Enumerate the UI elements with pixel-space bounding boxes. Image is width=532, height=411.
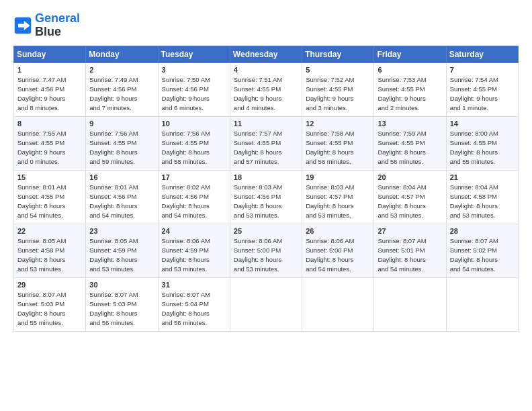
calendar-row: 22Sunrise: 8:05 AM Sunset: 4:58 PM Dayli… — [14, 224, 519, 277]
day-number: 17 — [162, 173, 226, 181]
day-number: 29 — [17, 281, 82, 289]
table-cell: 9Sunrise: 7:56 AM Sunset: 4:55 PM Daylig… — [86, 116, 158, 170]
day-info: Sunrise: 8:04 AM Sunset: 4:58 PM Dayligh… — [450, 183, 515, 221]
table-cell: 24Sunrise: 8:06 AM Sunset: 4:59 PM Dayli… — [158, 224, 230, 277]
day-info: Sunrise: 7:59 AM Sunset: 4:55 PM Dayligh… — [378, 129, 442, 167]
day-info: Sunrise: 8:00 AM Sunset: 4:55 PM Dayligh… — [450, 129, 515, 167]
table-cell: 30Sunrise: 8:07 AM Sunset: 5:03 PM Dayli… — [86, 277, 158, 331]
day-info: Sunrise: 7:51 AM Sunset: 4:55 PM Dayligh… — [234, 75, 298, 113]
day-info: Sunrise: 7:52 AM Sunset: 4:55 PM Dayligh… — [306, 75, 370, 113]
day-info: Sunrise: 8:07 AM Sunset: 5:03 PM Dayligh… — [17, 290, 82, 328]
table-cell: 10Sunrise: 7:56 AM Sunset: 4:55 PM Dayli… — [158, 116, 230, 170]
table-cell: 31Sunrise: 8:07 AM Sunset: 5:04 PM Dayli… — [158, 277, 230, 331]
col-monday: Monday — [86, 46, 158, 62]
header: GeneralBlue — [13, 12, 519, 39]
day-number: 30 — [89, 281, 154, 289]
day-number: 3 — [162, 66, 226, 74]
day-number: 11 — [234, 120, 298, 128]
table-cell — [374, 277, 446, 331]
day-info: Sunrise: 7:49 AM Sunset: 4:56 PM Dayligh… — [89, 75, 154, 113]
col-tuesday: Tuesday — [158, 46, 230, 62]
day-number: 20 — [378, 173, 442, 181]
table-cell: 27Sunrise: 8:07 AM Sunset: 5:01 PM Dayli… — [374, 224, 446, 277]
day-number: 14 — [450, 120, 515, 128]
table-cell — [446, 277, 518, 331]
header-row: Sunday Monday Tuesday Wednesday Thursday… — [14, 46, 519, 62]
table-cell: 20Sunrise: 8:04 AM Sunset: 4:57 PM Dayli… — [374, 170, 446, 224]
day-number: 31 — [162, 281, 226, 289]
table-cell: 11Sunrise: 7:57 AM Sunset: 4:55 PM Dayli… — [230, 116, 302, 170]
col-friday: Friday — [374, 46, 446, 62]
calendar-row: 29Sunrise: 8:07 AM Sunset: 5:03 PM Dayli… — [14, 277, 519, 331]
day-number: 8 — [17, 120, 82, 128]
day-number: 19 — [306, 173, 370, 181]
calendar-row: 8Sunrise: 7:55 AM Sunset: 4:55 PM Daylig… — [14, 116, 519, 170]
day-info: Sunrise: 8:01 AM Sunset: 4:56 PM Dayligh… — [89, 183, 154, 221]
table-cell: 17Sunrise: 8:02 AM Sunset: 4:56 PM Dayli… — [158, 170, 230, 224]
calendar-row: 1Sunrise: 7:47 AM Sunset: 4:56 PM Daylig… — [14, 62, 519, 116]
day-info: Sunrise: 8:03 AM Sunset: 4:56 PM Dayligh… — [234, 183, 298, 221]
day-info: Sunrise: 8:07 AM Sunset: 5:03 PM Dayligh… — [89, 290, 154, 328]
day-number: 12 — [306, 120, 370, 128]
table-cell: 8Sunrise: 7:55 AM Sunset: 4:55 PM Daylig… — [14, 116, 86, 170]
day-info: Sunrise: 7:55 AM Sunset: 4:55 PM Dayligh… — [17, 129, 82, 167]
day-info: Sunrise: 7:53 AM Sunset: 4:55 PM Dayligh… — [378, 75, 442, 113]
day-number: 22 — [17, 227, 82, 235]
day-info: Sunrise: 8:06 AM Sunset: 5:00 PM Dayligh… — [306, 236, 370, 275]
day-info: Sunrise: 8:01 AM Sunset: 4:55 PM Dayligh… — [17, 183, 82, 221]
table-cell: 25Sunrise: 8:06 AM Sunset: 5:00 PM Dayli… — [230, 224, 302, 277]
table-cell: 5Sunrise: 7:52 AM Sunset: 4:55 PM Daylig… — [302, 62, 374, 116]
day-number: 10 — [162, 120, 226, 128]
day-info: Sunrise: 8:07 AM Sunset: 5:01 PM Dayligh… — [378, 236, 442, 275]
day-number: 5 — [306, 66, 370, 74]
table-cell: 15Sunrise: 8:01 AM Sunset: 4:55 PM Dayli… — [14, 170, 86, 224]
day-number: 18 — [234, 173, 298, 181]
page: GeneralBlue Sunday Monday Tuesday Wednes… — [0, 0, 532, 338]
table-cell: 3Sunrise: 7:50 AM Sunset: 4:56 PM Daylig… — [158, 62, 230, 116]
logo-text: GeneralBlue — [35, 12, 80, 39]
day-number: 21 — [450, 173, 515, 181]
day-number: 27 — [378, 227, 442, 235]
day-info: Sunrise: 8:05 AM Sunset: 4:58 PM Dayligh… — [17, 236, 82, 275]
day-info: Sunrise: 8:02 AM Sunset: 4:56 PM Dayligh… — [162, 183, 226, 221]
day-info: Sunrise: 8:06 AM Sunset: 4:59 PM Dayligh… — [162, 236, 226, 275]
table-cell: 13Sunrise: 7:59 AM Sunset: 4:55 PM Dayli… — [374, 116, 446, 170]
day-number: 7 — [450, 66, 515, 74]
day-number: 26 — [306, 227, 370, 235]
table-cell: 14Sunrise: 8:00 AM Sunset: 4:55 PM Dayli… — [446, 116, 518, 170]
day-info: Sunrise: 7:50 AM Sunset: 4:56 PM Dayligh… — [162, 75, 226, 113]
col-saturday: Saturday — [446, 46, 518, 62]
day-number: 16 — [89, 173, 154, 181]
calendar-row: 15Sunrise: 8:01 AM Sunset: 4:55 PM Dayli… — [14, 170, 519, 224]
table-cell: 23Sunrise: 8:05 AM Sunset: 4:59 PM Dayli… — [86, 224, 158, 277]
day-number: 6 — [378, 66, 442, 74]
day-info: Sunrise: 7:56 AM Sunset: 4:55 PM Dayligh… — [89, 129, 154, 167]
table-cell: 18Sunrise: 8:03 AM Sunset: 4:56 PM Dayli… — [230, 170, 302, 224]
day-info: Sunrise: 7:58 AM Sunset: 4:55 PM Dayligh… — [306, 129, 370, 167]
table-cell: 6Sunrise: 7:53 AM Sunset: 4:55 PM Daylig… — [374, 62, 446, 116]
logo-icon — [13, 16, 32, 35]
table-cell: 12Sunrise: 7:58 AM Sunset: 4:55 PM Dayli… — [302, 116, 374, 170]
day-info: Sunrise: 7:47 AM Sunset: 4:56 PM Dayligh… — [17, 75, 82, 113]
day-number: 25 — [234, 227, 298, 235]
table-cell: 26Sunrise: 8:06 AM Sunset: 5:00 PM Dayli… — [302, 224, 374, 277]
table-cell: 2Sunrise: 7:49 AM Sunset: 4:56 PM Daylig… — [86, 62, 158, 116]
logo: GeneralBlue — [13, 12, 80, 39]
table-cell: 19Sunrise: 8:03 AM Sunset: 4:57 PM Dayli… — [302, 170, 374, 224]
col-thursday: Thursday — [302, 46, 374, 62]
table-cell: 4Sunrise: 7:51 AM Sunset: 4:55 PM Daylig… — [230, 62, 302, 116]
table-cell: 16Sunrise: 8:01 AM Sunset: 4:56 PM Dayli… — [86, 170, 158, 224]
day-info: Sunrise: 8:07 AM Sunset: 5:04 PM Dayligh… — [162, 290, 226, 328]
day-number: 2 — [89, 66, 154, 74]
day-info: Sunrise: 8:03 AM Sunset: 4:57 PM Dayligh… — [306, 183, 370, 221]
day-number: 13 — [378, 120, 442, 128]
table-cell — [302, 277, 374, 331]
table-cell — [230, 277, 302, 331]
table-cell: 21Sunrise: 8:04 AM Sunset: 4:58 PM Dayli… — [446, 170, 518, 224]
day-info: Sunrise: 8:04 AM Sunset: 4:57 PM Dayligh… — [378, 183, 442, 221]
table-cell: 7Sunrise: 7:54 AM Sunset: 4:55 PM Daylig… — [446, 62, 518, 116]
day-number: 24 — [162, 227, 226, 235]
day-number: 23 — [89, 227, 154, 235]
day-info: Sunrise: 7:56 AM Sunset: 4:55 PM Dayligh… — [162, 129, 226, 167]
day-number: 4 — [234, 66, 298, 74]
